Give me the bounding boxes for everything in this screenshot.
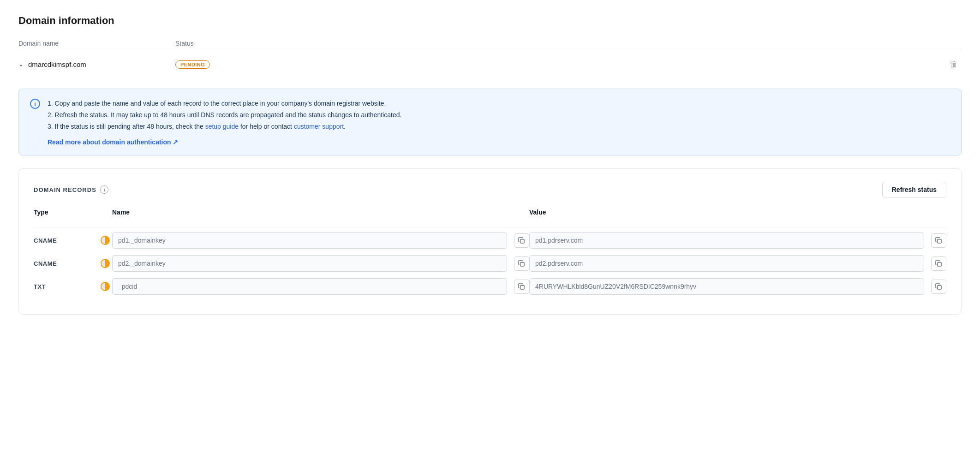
record-type-2: TXT <box>34 283 98 290</box>
read-more-link[interactable]: Read more about domain authentication ↗ <box>48 138 178 146</box>
info-box: i 1. Copy and paste the name and value o… <box>18 89 962 155</box>
copy-name-button-2[interactable] <box>514 280 529 294</box>
svg-rect-0 <box>520 239 524 243</box>
chevron-down-icon[interactable]: ⌄ <box>18 61 24 68</box>
status-badge: PENDING <box>175 60 210 69</box>
copy-value-button-1[interactable] <box>931 256 946 271</box>
info-line-3: 3. If the status is still pending after … <box>48 121 401 132</box>
col-header-domain-name: Domain name <box>18 40 175 51</box>
info-line-3-post: . <box>344 123 346 130</box>
record-status-dot-2 <box>98 282 112 291</box>
delete-domain-button[interactable]: 🗑 <box>946 58 962 71</box>
svg-rect-3 <box>937 262 941 266</box>
records-list: CNAME CNAME <box>34 232 946 295</box>
domain-records-card: DOMAIN RECORDS i Refresh status Type Nam… <box>18 168 962 315</box>
svg-rect-5 <box>937 285 941 289</box>
records-header: DOMAIN RECORDS i Refresh status <box>34 182 946 197</box>
info-content: 1. Copy and paste the name and value of … <box>48 98 401 146</box>
record-value-input-1[interactable] <box>529 255 924 272</box>
info-line-3-mid: for help or contact <box>239 123 294 130</box>
record-status-dot-1 <box>98 259 112 268</box>
domain-table: Domain name Status ⌄ dmarcdkimspf.com PE… <box>18 40 962 78</box>
record-value-input-2[interactable] <box>529 278 924 295</box>
col-header-value: Value <box>529 209 928 222</box>
info-icon: i <box>30 99 40 109</box>
info-line-3-pre: 3. If the status is still pending after … <box>48 123 205 130</box>
copy-value-button-0[interactable] <box>931 233 946 248</box>
record-type-0: CNAME <box>34 237 98 244</box>
info-line-2: 2. Refresh the status. It may take up to… <box>48 110 401 120</box>
copy-value-button-2[interactable] <box>931 280 946 294</box>
record-name-input-2[interactable] <box>112 278 507 295</box>
trash-icon: 🗑 <box>950 60 958 69</box>
status-cell: PENDING <box>175 51 717 78</box>
col-header-type: Type <box>34 209 98 222</box>
record-status-dot-0 <box>98 236 112 245</box>
domain-name-cell: ⌄ dmarcdkimspf.com <box>18 51 175 78</box>
copy-name-button-0[interactable] <box>514 233 529 248</box>
refresh-status-button[interactable]: Refresh status <box>882 182 946 197</box>
record-row: CNAME <box>34 232 946 249</box>
copy-name-button-1[interactable] <box>514 256 529 271</box>
delete-cell: 🗑 <box>717 51 962 78</box>
records-title-row: DOMAIN RECORDS i <box>34 185 108 194</box>
records-section-title: DOMAIN RECORDS <box>34 186 96 193</box>
info-line-1: 1. Copy and paste the name and value of … <box>48 98 401 109</box>
svg-rect-1 <box>937 239 941 243</box>
col-header-name: Name <box>112 209 511 222</box>
col-header-status: Status <box>175 40 717 51</box>
record-name-input-0[interactable] <box>112 232 507 249</box>
records-info-icon[interactable]: i <box>100 185 108 194</box>
customer-support-link[interactable]: customer support <box>294 123 344 130</box>
record-row: TXT <box>34 278 946 295</box>
setup-guide-link[interactable]: setup guide <box>205 123 239 130</box>
svg-rect-2 <box>520 262 524 266</box>
domain-name: dmarcdkimspf.com <box>28 60 86 68</box>
record-value-input-0[interactable] <box>529 232 924 249</box>
col-header-actions <box>717 40 962 51</box>
record-row: CNAME <box>34 255 946 272</box>
page-title: Domain information <box>18 15 962 27</box>
svg-rect-4 <box>520 285 524 289</box>
record-name-input-1[interactable] <box>112 255 507 272</box>
record-type-1: CNAME <box>34 260 98 267</box>
